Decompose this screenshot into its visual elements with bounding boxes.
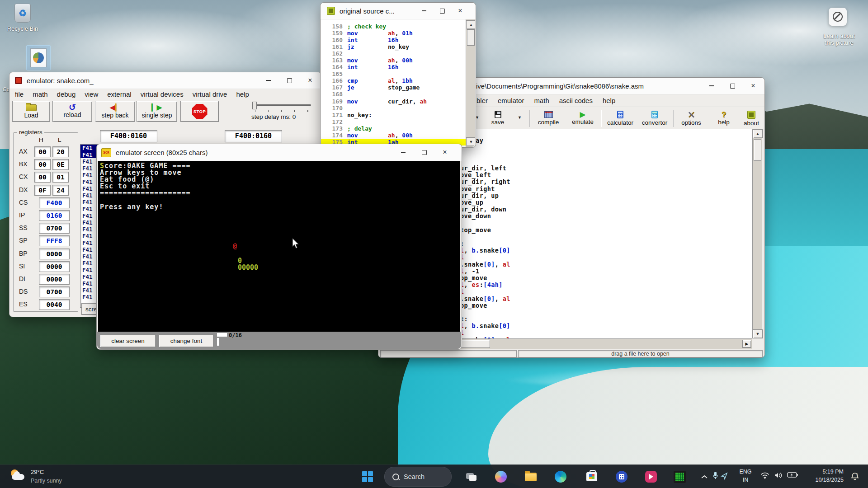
register-CX-high[interactable]: 00	[34, 172, 51, 183]
convertor-button[interactable]: convertor	[637, 109, 672, 128]
scroll-up-icon[interactable]: ▲	[753, 129, 763, 138]
register-DX-high[interactable]: 0F	[34, 185, 51, 196]
menu-item-file[interactable]: file	[10, 89, 28, 99]
minimize-icon	[422, 10, 426, 11]
register-BX-high[interactable]: 00	[34, 159, 51, 170]
slider-thumb[interactable]	[252, 102, 257, 109]
menu-item-help[interactable]: help	[598, 96, 620, 105]
menu-item-debug[interactable]: debug	[52, 89, 80, 99]
taskbar-icon-copilot[interactable]	[492, 468, 510, 486]
mouse-cursor	[292, 238, 301, 250]
weather-widget[interactable]	[10, 469, 26, 483]
stop-button[interactable]: STOP	[180, 101, 219, 122]
menu-item-math[interactable]: math	[529, 96, 554, 105]
menu-item-emulator[interactable]: emulator	[493, 96, 529, 105]
options-button[interactable]: options	[675, 109, 708, 128]
scroll-down-icon[interactable]: ▼	[753, 329, 763, 338]
register-IP[interactable]: 0160	[39, 210, 70, 221]
start-button[interactable]	[359, 468, 377, 486]
calculator-button[interactable]: calculator	[603, 109, 638, 128]
register-CS[interactable]: F400	[39, 197, 70, 208]
menu-item-virtual-drive[interactable]: virtual drive	[188, 89, 232, 99]
register-BP[interactable]: 0000	[39, 249, 70, 259]
source-code-area[interactable]: 158; check key159movah, 01h160int16h161j…	[321, 19, 475, 147]
emulator-title: emulator: snake.com_	[27, 77, 94, 84]
menu-item-view[interactable]: view	[80, 89, 103, 99]
tray-chevron-button[interactable]	[698, 468, 711, 486]
terminal-screen[interactable]: Score:0AKE GAME ====Arrow keys to moveEa…	[98, 161, 460, 333]
taskbar-icon-dev-app[interactable]	[613, 468, 631, 486]
register-BX-low[interactable]: 0E	[52, 159, 69, 170]
register-CX-low[interactable]: 01	[52, 172, 69, 183]
load-button[interactable]: Load	[12, 101, 50, 122]
register-DX-low[interactable]: 24	[52, 185, 69, 196]
cs-ip-address-field[interactable]: F400:0160	[100, 130, 157, 142]
reload-button[interactable]: ↺ reload	[52, 101, 92, 122]
memory-address-field[interactable]: F400:0160	[225, 130, 282, 142]
learn-about-picture-button[interactable]	[829, 8, 847, 26]
register-AX-high[interactable]: 00	[34, 146, 51, 157]
close-button[interactable]: ×	[300, 72, 321, 89]
scroll-up-icon[interactable]: ▲	[466, 20, 475, 29]
maximize-button[interactable]	[722, 78, 743, 94]
system-tray-icons[interactable]	[760, 472, 798, 479]
register-DI[interactable]: 0000	[39, 274, 70, 285]
register-AX-low[interactable]: 20	[52, 146, 69, 157]
close-button[interactable]: ×	[434, 144, 455, 160]
taskbar-icon-clipchamp[interactable]	[642, 468, 660, 486]
help-button[interactable]: ? help	[709, 109, 738, 128]
menu-item-math[interactable]: math	[28, 89, 52, 99]
cloud-icon	[12, 474, 24, 480]
compile-button[interactable]: compile	[532, 109, 565, 128]
register-SS[interactable]: 0700	[39, 223, 70, 234]
recycle-bin-icon[interactable]: ♻ Recycle Bin	[11, 4, 34, 32]
taskbar-icon-store[interactable]	[583, 468, 601, 486]
source-line-159: 159movah, 01h	[321, 30, 475, 37]
minimize-button[interactable]	[415, 3, 433, 19]
emulate-button[interactable]: ▶ emulate	[566, 109, 599, 128]
slider-track[interactable]	[253, 104, 311, 106]
register-ES[interactable]: 0040	[39, 299, 70, 310]
taskbar-icon-emu8086[interactable]	[670, 468, 689, 486]
register-DS[interactable]: 0700	[39, 286, 70, 297]
maximize-button[interactable]	[414, 144, 434, 160]
minimize-button[interactable]	[258, 72, 279, 89]
scrollbar-thumb[interactable]	[467, 29, 475, 46]
weather-text[interactable]: 29°C Partly sunny	[31, 468, 62, 485]
register-SI[interactable]: 0000	[39, 261, 70, 272]
change-font-button[interactable]: change font	[159, 334, 214, 347]
scrollbar-thumb[interactable]	[754, 139, 761, 161]
taskbar-icon-file-explorer[interactable]	[522, 468, 540, 486]
register-SP[interactable]: FFF8	[39, 235, 70, 246]
notification-bell-button[interactable]: z	[847, 468, 863, 486]
source-vscrollbar[interactable]: ▲ ▼	[466, 19, 475, 147]
dropdown-arrow-icon[interactable]: ▼	[518, 115, 522, 120]
step-back-button[interactable]: ◀▎ step back	[95, 101, 135, 122]
pie-chart-app-icon[interactable]	[26, 45, 51, 70]
language-switcher[interactable]: ENG IN	[736, 467, 755, 484]
single-step-button[interactable]: ▎▶ single step	[137, 101, 177, 122]
close-button[interactable]: ×	[743, 78, 764, 94]
about-button[interactable]: about	[738, 109, 764, 128]
tray-indicators[interactable]	[712, 471, 728, 480]
save-button[interactable]: save	[481, 109, 514, 128]
minimize-button[interactable]	[393, 144, 414, 160]
menu-item-external[interactable]: external	[103, 89, 136, 99]
scroll-right-icon[interactable]: ▶	[742, 340, 751, 348]
menu-item-help[interactable]: help	[231, 89, 253, 99]
menu-item-virtual-devices[interactable]: virtual devices	[136, 89, 188, 99]
maximize-button[interactable]	[433, 3, 451, 19]
minimize-button[interactable]	[701, 78, 722, 94]
close-icon: ×	[443, 149, 447, 156]
clock-widget[interactable]: 5:19 PM 10/18/2025	[803, 467, 846, 484]
clear-screen-button[interactable]: clear screen	[100, 334, 156, 347]
taskbar-icon-task-view[interactable]	[462, 468, 480, 486]
maximize-button[interactable]	[279, 72, 300, 89]
scroll-down-icon[interactable]: ▼	[466, 137, 475, 146]
menu-item-ascii-codes[interactable]: ascii codes	[554, 96, 598, 105]
close-button[interactable]: ×	[451, 3, 469, 19]
taskbar-icon-edge[interactable]	[552, 468, 570, 486]
editor-vscrollbar[interactable]: ▲ ▼	[752, 129, 762, 338]
register-row-SP: SP FFF8	[14, 235, 78, 246]
search-box[interactable]: Search	[384, 467, 452, 487]
